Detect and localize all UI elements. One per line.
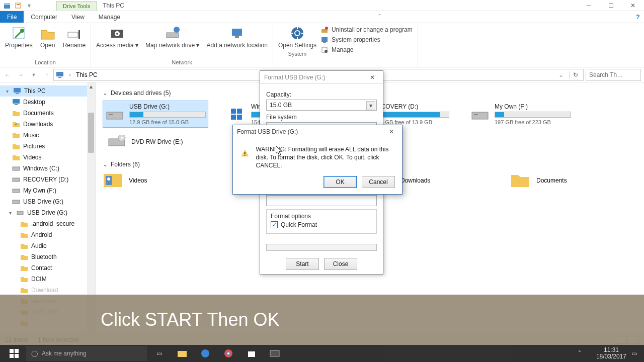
start-button[interactable]: Start — [286, 258, 319, 270]
tree-item[interactable]: RECOVERY (D:) — [0, 174, 95, 185]
access-media-button[interactable]: Access media ▾ — [94, 24, 140, 50]
taskbar-app-chrome[interactable] — [217, 346, 239, 361]
tree-usb-drive[interactable]: ▾USB Drive (G:) — [0, 207, 95, 218]
tree-item[interactable]: Desktop — [0, 97, 95, 108]
breadcrumb-this-pc[interactable]: This PC — [76, 71, 98, 78]
drive-item[interactable]: My Own (F:)197 GB free of 223 GB — [468, 101, 574, 128]
confirm-dialog-close-button[interactable]: ✕ — [385, 126, 398, 137]
taskbar-clock[interactable]: 11:3118/03/2017 — [596, 347, 626, 360]
rename-button[interactable]: Rename — [61, 24, 88, 50]
filesystem-label: File system — [266, 114, 377, 121]
tree-item[interactable]: USB Drive (G:) — [0, 196, 95, 207]
tree-item[interactable]: Android — [0, 229, 95, 240]
folder-item[interactable]: Documents — [510, 172, 601, 189]
svg-rect-42 — [231, 115, 236, 120]
scroll-thumb[interactable] — [88, 113, 94, 153]
maximize-button[interactable]: ☐ — [600, 0, 622, 11]
svg-rect-38 — [107, 112, 123, 119]
open-button[interactable]: Open — [38, 24, 58, 50]
recent-dropdown-icon[interactable]: ▼ — [29, 70, 38, 79]
minimize-button[interactable]: ─ — [578, 0, 600, 11]
ok-button[interactable]: OK — [324, 176, 357, 188]
svg-rect-56 — [10, 354, 14, 358]
chevron-down-icon: ⌄ — [103, 161, 108, 168]
svg-rect-47 — [474, 114, 478, 115]
close-button[interactable]: Close — [324, 258, 357, 270]
refresh-button[interactable]: ↻ — [570, 71, 581, 78]
format-dialog-title[interactable]: Format USB Drive (G:)✕ — [260, 71, 383, 84]
start-button[interactable] — [3, 346, 25, 361]
tree-item[interactable]: DCIM — [0, 274, 95, 285]
manage-button[interactable]: Manage — [318, 45, 415, 54]
taskbar[interactable]: ◯Ask me anything ▭ ˄ 11:3118/03/2017 ▭ — [0, 345, 644, 362]
open-settings-button[interactable]: Open Settings — [276, 24, 318, 50]
tab-view[interactable]: View — [64, 11, 92, 23]
tree-item[interactable]: Bluetooth — [0, 251, 95, 262]
svg-rect-23 — [321, 37, 328, 42]
tree-item[interactable]: Downloads — [0, 119, 95, 130]
notifications-icon[interactable]: ▭ — [631, 350, 637, 357]
taskbar-app-edge[interactable] — [194, 346, 216, 361]
svg-rect-11 — [167, 33, 179, 38]
breadcrumb-chevron-icon[interactable]: › — [67, 71, 73, 78]
tree-item[interactable]: Download — [0, 285, 95, 296]
tree-item[interactable]: Documents — [0, 108, 95, 119]
dropdown-icon[interactable]: ▾ — [366, 101, 375, 110]
forward-button[interactable]: → — [16, 70, 25, 79]
window-title: This PC — [97, 1, 130, 11]
add-network-location-button[interactable]: Add a network location — [204, 24, 269, 50]
file-tab[interactable]: File — [0, 11, 24, 23]
back-button[interactable]: ← — [3, 70, 12, 79]
taskbar-app-explorer[interactable] — [171, 346, 193, 361]
capacity-select[interactable]: 15.0 GB▾ — [266, 100, 377, 111]
tree-this-pc[interactable]: ▾This PC — [0, 85, 95, 97]
address-dropdown-icon[interactable]: ⌄ — [555, 71, 567, 78]
system-properties-button[interactable]: System properties — [318, 35, 415, 44]
tray-up-icon[interactable]: ˄ — [578, 350, 581, 357]
taskbar-app-store[interactable] — [240, 346, 263, 361]
taskbar-app-video[interactable] — [264, 346, 286, 361]
folder-item[interactable]: Videos — [103, 172, 193, 189]
up-button[interactable]: ↑ — [42, 70, 51, 79]
format-dialog-close-button[interactable]: ✕ — [366, 72, 379, 83]
tree-item[interactable]: Pictures — [0, 141, 95, 152]
qat-dropdown-icon[interactable]: ▾ — [24, 1, 34, 10]
tree-item[interactable]: Music — [0, 130, 95, 141]
tree-item[interactable]: Videos — [0, 152, 95, 163]
tab-manage[interactable]: Manage — [92, 11, 127, 23]
ribbon-collapse-icon[interactable]: ˆ — [374, 11, 386, 23]
quick-format-checkbox[interactable]: ✓Quick Format — [271, 221, 372, 228]
svg-rect-58 — [178, 351, 187, 357]
search-box[interactable]: 🔍 — [586, 69, 641, 81]
drive-item[interactable]: USB Drive (G:)12.9 GB free of 15.0 GB — [103, 101, 208, 128]
tree-item[interactable]: .android_secure — [0, 218, 95, 229]
search-input[interactable] — [589, 71, 644, 78]
task-view-button[interactable]: ▭ — [148, 346, 170, 361]
confirm-dialog-title[interactable]: Format USB Drive (G:)✕ — [233, 125, 402, 138]
cancel-button[interactable]: Cancel — [362, 176, 395, 188]
qat-icon[interactable] — [2, 1, 12, 10]
format-options-label: Format options — [271, 213, 372, 220]
uninstall-program-button[interactable]: Uninstall or change a program — [318, 25, 415, 34]
svg-rect-7 — [78, 30, 80, 39]
tree-item[interactable]: Audio — [0, 240, 95, 251]
cortana-search[interactable]: ◯Ask me anything — [26, 346, 147, 361]
help-icon[interactable]: ? — [632, 11, 644, 23]
svg-rect-33 — [13, 167, 20, 170]
qat-properties-icon[interactable] — [13, 1, 23, 10]
properties-button[interactable]: Properties — [3, 24, 35, 50]
contextual-tab-drive-tools[interactable]: Drive Tools — [56, 1, 97, 11]
scroll-up-icon[interactable]: ▴ — [87, 82, 95, 90]
svg-rect-36 — [13, 200, 20, 204]
tab-computer[interactable]: Computer — [24, 11, 64, 23]
tree-item[interactable]: My Own (F:) — [0, 185, 95, 196]
volume-label-input[interactable] — [266, 195, 377, 206]
dvd-drive[interactable]: DVD RW Drive (E:) — [105, 132, 210, 152]
svg-rect-57 — [15, 354, 19, 358]
close-button[interactable]: ✕ — [622, 0, 644, 11]
tree-item[interactable]: Contact — [0, 262, 95, 274]
cortana-icon: ◯ — [31, 350, 38, 357]
pc-icon — [56, 71, 64, 79]
map-network-drive-button[interactable]: Map network drive ▾ — [143, 24, 201, 50]
tree-item[interactable]: Windows (C:) — [0, 163, 95, 174]
